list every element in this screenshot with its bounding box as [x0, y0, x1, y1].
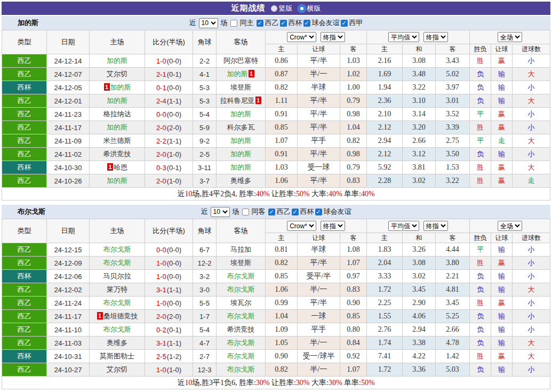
match-count-select[interactable]: 10	[199, 18, 218, 28]
vertical-radio[interactable]	[271, 5, 277, 12]
summary-text: 让胜率:	[269, 379, 295, 387]
match-row: 西乙24-11-02希洪竞技2-0(1-0)2-5加的斯0.91平/半0.982…	[2, 148, 550, 161]
home-team-cell: 奥维多	[90, 337, 145, 350]
col-odds-home: 主	[266, 44, 298, 54]
same-venue-checkbox[interactable]	[242, 209, 249, 215]
avg-home-cell: 5.92	[367, 161, 403, 174]
filter-controls: 近 10 场 同主 西乙西杯球会友谊西甲	[189, 18, 363, 28]
result-handicap-cell: 输	[491, 94, 513, 108]
odds-home-cell: 0.87	[266, 68, 298, 81]
odds-handicap-cell: 平/半	[298, 94, 340, 108]
odds-company-select[interactable]: Crow*	[287, 221, 316, 231]
match-date-cell: 24-10-26	[47, 174, 90, 188]
odds-home-cell: 1.07	[266, 134, 298, 148]
odds-away-cell: 1.07	[340, 257, 367, 270]
team-name-text: 加的斯	[230, 150, 251, 158]
fulltime-score: 1-0	[156, 57, 166, 65]
result-handicap-cell: 赢	[491, 54, 513, 68]
col-result-goals: 进球数	[513, 233, 550, 243]
result-goals-cell: 小	[513, 121, 550, 134]
league-checkbox[interactable]	[315, 209, 322, 215]
matches-table: 类型 日期 主场 比分(半场) 角球 客场 Crow* 终指 平均值 终指 全场	[2, 219, 550, 389]
summary-text: 30%	[256, 379, 270, 387]
odds-away-cell: 0.98	[340, 108, 367, 121]
match-date-cell: 24-11-24	[47, 297, 90, 310]
match-date-cell: 24-12-06	[47, 270, 90, 283]
avg-source-select[interactable]: 平均值	[388, 221, 419, 231]
odds-company-select[interactable]: Crow*	[287, 32, 316, 42]
avg-source-select[interactable]: 平均值	[388, 32, 419, 42]
summary-text: 40%	[256, 190, 270, 198]
col-corner: 角球	[193, 219, 217, 243]
result-handicap-cell: 赢	[491, 174, 513, 188]
avg-stage-select[interactable]: 终指	[423, 221, 448, 231]
avg-away-cell: 3.22	[436, 174, 470, 188]
league-filter[interactable]: 球会友谊	[302, 18, 340, 28]
match-type-badge: 西乙	[2, 363, 47, 377]
match-type-badge: 西杯	[2, 270, 47, 283]
team-name-text: 加的斯	[107, 57, 127, 65]
avg-home-cell: 1.72	[367, 283, 403, 297]
league-checkbox[interactable]	[292, 209, 299, 215]
league-label: 球会友谊	[312, 18, 340, 28]
result-goals-cell: 小	[513, 323, 550, 337]
same-venue-checkbox[interactable]	[230, 20, 237, 27]
team-name-text: 埃登斯	[230, 259, 251, 267]
matches-label: 场	[233, 207, 239, 217]
result-handicap-cell: 赢	[491, 161, 513, 174]
match-type-badge: 西乙	[2, 121, 47, 134]
league-filter[interactable]: 西乙	[267, 207, 291, 217]
odds-stage-select[interactable]: 终指	[321, 221, 345, 231]
result-outcome-cell: 平	[470, 108, 491, 121]
league-filter[interactable]: 西杯	[279, 18, 302, 28]
home-team-cell: 艾尔切	[90, 68, 145, 81]
match-date-cell: 24-12-07	[47, 68, 90, 81]
team-name-text: 科尔多瓦	[227, 123, 255, 131]
league-filter[interactable]: 西杯	[291, 207, 314, 217]
result-scope-select[interactable]: 全场	[498, 221, 522, 231]
matches-table: 类型 日期 主场 比分(半场) 角球 客场 Crow* 终指 平均值 终指 全场	[2, 30, 550, 201]
result-goals-cell: 大	[513, 134, 550, 148]
avg-group-header: 平均值 终指	[367, 219, 470, 233]
league-checkbox[interactable]	[280, 20, 287, 27]
team-name-text: 布尔戈斯	[227, 312, 255, 320]
away-team-cell: 希洪竞技	[217, 323, 266, 337]
league-checkbox[interactable]	[303, 20, 310, 27]
avg-draw-cell: 2.66	[403, 134, 436, 148]
odds-away-cell: 1.00	[340, 81, 367, 94]
team-name-text: 加的斯	[227, 70, 248, 78]
avg-draw-cell: 3.20	[403, 121, 436, 134]
league-filter[interactable]: 球会友谊	[314, 207, 351, 217]
team-name-text: 莫斯图勒士	[100, 352, 134, 360]
match-date-cell: 24-12-05	[47, 81, 90, 94]
result-handicap-cell: 赢	[491, 350, 513, 363]
team-name: 布尔戈斯	[18, 207, 45, 217]
vertical-option[interactable]: 竖版	[271, 4, 293, 13]
match-count-select[interactable]: 10	[211, 207, 230, 217]
odds-home-cell: 1.11	[266, 94, 298, 108]
league-checkbox[interactable]	[341, 20, 348, 27]
halftime-score: (2-0)	[167, 124, 181, 132]
result-scope-select[interactable]: 全场	[498, 32, 522, 42]
corner-cell: 12-2	[193, 257, 217, 270]
team-name-text: 埃瓦尔	[230, 299, 251, 307]
league-filter[interactable]: 西甲	[340, 18, 363, 28]
match-row: 西乙24-10-26加的斯2-0(1-0)3-7奥维多1.06平/半0.832.…	[2, 174, 550, 188]
team-name-text: 哈恩	[114, 163, 127, 171]
away-team-cell: 阿尔巴塞特	[217, 54, 266, 68]
league-checkbox[interactable]	[268, 209, 275, 215]
horizontal-radio[interactable]	[298, 5, 306, 12]
col-home: 主场	[90, 30, 145, 54]
odds-stage-select[interactable]: 终指	[321, 32, 345, 42]
league-checkbox[interactable]	[257, 20, 263, 27]
result-outcome-cell: 胜	[470, 161, 491, 174]
avg-stage-select[interactable]: 终指	[423, 32, 448, 42]
score-cell: 2-0(1-0)	[145, 174, 193, 188]
score-cell: 1-0(0-0)	[145, 257, 193, 270]
summary-text: 近	[177, 190, 185, 198]
red-card-badge: 1	[104, 83, 110, 91]
col-avg-away: 客	[436, 44, 470, 54]
league-filter[interactable]: 西乙	[255, 18, 279, 28]
result-outcome-cell: 负	[470, 323, 491, 337]
horizontal-option[interactable]: 横版	[298, 4, 321, 13]
